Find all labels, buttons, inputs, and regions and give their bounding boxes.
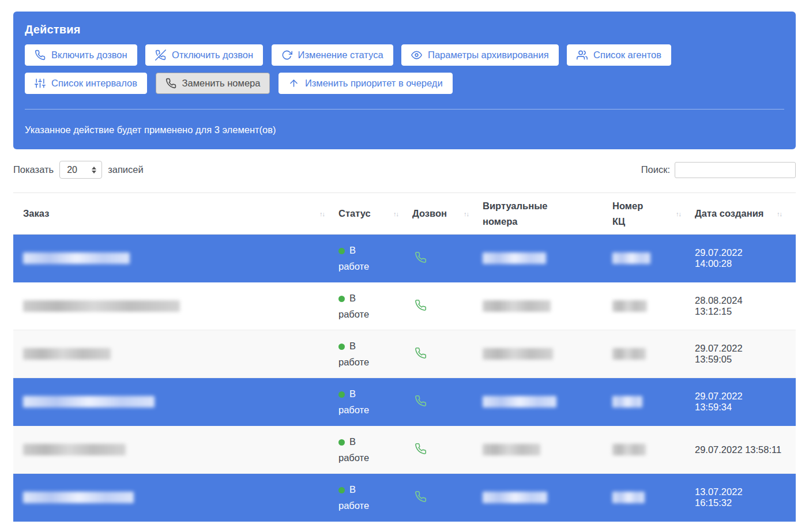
- button-label: Изменение статуса: [298, 50, 383, 61]
- status-cell: В работе: [338, 433, 380, 466]
- table-row[interactable]: В работе 28.08.2024 13:12:15: [13, 282, 796, 330]
- agents-list-button[interactable]: Список агентов: [567, 44, 671, 66]
- arrow-up-icon: [288, 78, 299, 89]
- list-controls: Показать 20 записей Поиск:: [13, 161, 796, 179]
- change-status-button[interactable]: Изменение статуса: [272, 44, 393, 66]
- status-dot-icon: [338, 391, 345, 398]
- redacted-virtual-numbers: [483, 492, 547, 503]
- redacted-cc-number: [612, 492, 645, 503]
- redacted-virtual-numbers: [483, 444, 540, 455]
- created-date: 29.07.2022 13:59:05: [695, 330, 796, 378]
- table-header-row: Заказ Статус Дозвон Виртуальные номера Н…: [13, 193, 796, 235]
- button-label: Параметры архивирования: [428, 50, 549, 61]
- button-label: Заменить номера: [182, 78, 261, 89]
- table-row[interactable]: В работе 29.07.2022 13:59:34: [13, 378, 796, 426]
- redacted-order: [23, 396, 155, 408]
- table-row[interactable]: В работе 29.07.2022 13:59:05: [13, 330, 796, 378]
- button-label: Включить дозвон: [51, 50, 127, 61]
- status-cell: В работе: [338, 338, 380, 370]
- created-date: 29.07.2022 13:59:34: [695, 378, 796, 426]
- dial-phone-icon[interactable]: [415, 347, 427, 359]
- column-header-created[interactable]: Дата создания: [695, 193, 796, 235]
- redacted-cc-number: [612, 396, 642, 408]
- replace-numbers-button[interactable]: Заменить номера: [156, 73, 270, 94]
- status-cell: В работе: [338, 290, 380, 322]
- redacted-cc-number: [612, 348, 646, 360]
- refresh-icon: [281, 50, 292, 61]
- redacted-order: [23, 252, 130, 264]
- table-row[interactable]: В работе 29.07.2022 14:00:28: [13, 235, 796, 282]
- intervals-list-button[interactable]: Список интервалов: [25, 73, 147, 94]
- sort-icon[interactable]: [393, 210, 398, 217]
- redacted-virtual-numbers: [483, 300, 551, 312]
- enable-dial-button[interactable]: Включить дозвон: [25, 44, 137, 66]
- created-date: 13.07.2022 16:15:32: [695, 474, 796, 522]
- sort-icon[interactable]: [464, 210, 469, 217]
- column-header-virtual-numbers[interactable]: Виртуальные номера: [483, 193, 612, 235]
- search-label: Поиск:: [641, 164, 670, 175]
- page-size-select[interactable]: 20: [59, 161, 102, 179]
- change-priority-button[interactable]: Изменить приоритет в очереди: [279, 73, 453, 94]
- sort-icon[interactable]: [676, 210, 681, 217]
- disable-dial-button[interactable]: Отключить дозвон: [145, 44, 263, 66]
- stepper-icon: [92, 167, 96, 173]
- button-label: Изменить приоритет в очереди: [305, 78, 443, 89]
- status-dot-icon: [338, 487, 345, 493]
- show-label: Показать: [13, 164, 54, 175]
- dial-phone-icon[interactable]: [415, 251, 427, 263]
- redacted-order: [23, 300, 180, 312]
- button-label: Список интервалов: [51, 78, 137, 89]
- actions-row-1: Включить дозвон Отключить дозвон Изменен…: [25, 44, 784, 73]
- created-date: 29.07.2022 13:58:11: [695, 426, 796, 474]
- sort-icon[interactable]: [319, 210, 325, 217]
- status-dot-icon: [338, 439, 345, 446]
- orders-table: Заказ Статус Дозвон Виртуальные номера Н…: [13, 193, 796, 522]
- created-date: 28.08.2024 13:12:15: [695, 282, 796, 330]
- table-row[interactable]: В работе 29.07.2022 13:58:11: [13, 426, 796, 474]
- status-cell: В работе: [338, 386, 380, 418]
- redacted-virtual-numbers: [483, 348, 553, 360]
- redacted-order: [23, 348, 111, 360]
- sliders-icon: [35, 78, 46, 89]
- actions-panel: Действия Включить дозвон Отключить дозво…: [13, 12, 796, 149]
- column-header-status[interactable]: Статус: [338, 193, 412, 235]
- redacted-cc-number: [612, 252, 650, 264]
- status-cell: В работе: [338, 242, 380, 274]
- table-row[interactable]: В работе 13.07.2022 16:15:32: [13, 474, 796, 522]
- column-header-dial[interactable]: Дозвон: [412, 193, 483, 235]
- status-dot-icon: [338, 296, 345, 302]
- archive-params-button[interactable]: Параметры архивирования: [401, 44, 559, 66]
- sort-icon[interactable]: [777, 210, 782, 217]
- button-label: Отключить дозвон: [172, 50, 253, 61]
- dial-phone-icon[interactable]: [415, 395, 427, 407]
- search-input[interactable]: [675, 162, 796, 178]
- page-size-control: Показать 20 записей: [13, 161, 144, 179]
- selection-notice: Указанное действие будет применено для 3…: [25, 124, 784, 135]
- column-header-cc-number[interactable]: Номер КЦ: [612, 193, 695, 235]
- actions-panel-title: Действия: [25, 23, 784, 36]
- records-label: записей: [108, 164, 144, 175]
- redacted-virtual-numbers: [483, 396, 556, 408]
- redacted-order: [23, 444, 126, 455]
- redacted-cc-number: [612, 300, 647, 312]
- panel-divider: [25, 109, 784, 110]
- phone-icon: [35, 50, 46, 61]
- page-size-value: 20: [67, 165, 77, 175]
- dial-phone-icon[interactable]: [415, 491, 427, 503]
- button-label: Список агентов: [593, 50, 661, 61]
- actions-row-2: Список интервалов Заменить номера Измени…: [25, 73, 784, 101]
- redacted-cc-number: [612, 444, 646, 455]
- dial-phone-icon[interactable]: [415, 443, 427, 455]
- phone-off-icon: [155, 50, 166, 61]
- users-icon: [577, 50, 588, 61]
- phone-icon: [165, 78, 176, 89]
- redacted-virtual-numbers: [483, 252, 546, 264]
- created-date: 29.07.2022 14:00:28: [695, 235, 796, 282]
- status-dot-icon: [338, 248, 345, 254]
- search-control: Поиск:: [641, 162, 796, 178]
- column-header-order[interactable]: Заказ: [13, 193, 338, 235]
- redacted-order: [23, 492, 134, 503]
- status-dot-icon: [338, 344, 345, 350]
- dial-phone-icon[interactable]: [415, 299, 427, 311]
- eye-icon: [411, 50, 422, 61]
